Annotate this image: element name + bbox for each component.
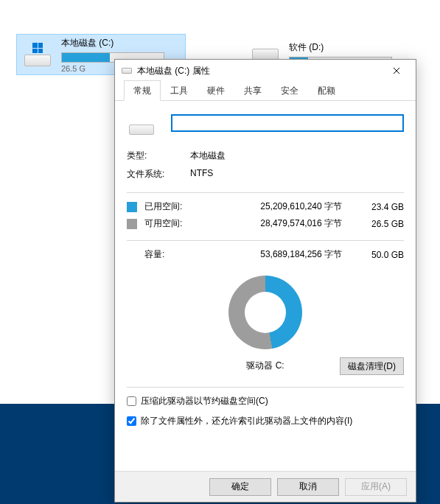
dialog-footer: 确定 取消 应用(A): [115, 471, 416, 502]
capacity-row: 容量: 53,689,184,256 字节 50.0 GB: [127, 248, 404, 261]
type-row: 类型: 本地磁盘: [127, 150, 404, 162]
used-label: 已用空间:: [144, 200, 200, 213]
apply-button[interactable]: 应用(A): [345, 478, 407, 496]
fs-value: NTFS: [190, 168, 213, 181]
tab-hardware[interactable]: 硬件: [198, 80, 234, 100]
free-color-swatch: [127, 219, 137, 229]
compress-option[interactable]: 压缩此驱动器以节约磁盘空间(C): [127, 395, 404, 407]
tab-general[interactable]: 常规: [124, 80, 161, 101]
capacity-label: 容量:: [144, 248, 200, 261]
close-icon: [393, 67, 400, 74]
drive-icon: [127, 111, 156, 135]
free-label: 可用空间:: [144, 217, 200, 230]
fs-label: 文件系统:: [127, 168, 190, 181]
divider: [127, 240, 404, 241]
volume-label-input[interactable]: [171, 114, 404, 132]
drive-name: 本地磁盘 (C:): [61, 37, 182, 49]
index-checkbox[interactable]: [127, 416, 136, 426]
compress-label: 压缩此驱动器以节约磁盘空间(C): [141, 395, 268, 407]
free-human: 26.5 GB: [357, 219, 404, 229]
used-color-swatch: [127, 202, 137, 212]
titlebar[interactable]: 本地磁盘 (C:) 属性: [115, 60, 416, 82]
dialog-title: 本地磁盘 (C:) 属性: [137, 65, 382, 77]
type-value: 本地磁盘: [190, 150, 226, 162]
free-bytes: 28,479,574,016 字节: [200, 217, 357, 230]
tab-tools[interactable]: 工具: [161, 80, 198, 100]
ok-button[interactable]: 确定: [209, 478, 271, 496]
capacity-bytes: 53,689,184,256 字节: [200, 248, 357, 261]
spacer: [127, 250, 137, 260]
tab-quota[interactable]: 配额: [308, 80, 345, 100]
tab-sharing[interactable]: 共享: [234, 80, 271, 100]
tab-security[interactable]: 安全: [271, 80, 308, 100]
label-row: [127, 111, 404, 135]
index-label: 除了文件属性外，还允许索引此驱动器上文件的内容(I): [141, 415, 352, 427]
type-label: 类型:: [127, 150, 190, 162]
cleanup-row: 磁盘清理(D): [127, 357, 404, 375]
used-space-row: 已用空间: 25,209,610,240 字节 23.4 GB: [127, 200, 404, 213]
index-option[interactable]: 除了文件属性外，还允许索引此驱动器上文件的内容(I): [127, 415, 404, 427]
divider: [127, 192, 404, 193]
used-human: 23.4 GB: [357, 202, 404, 212]
compress-checkbox[interactable]: [127, 396, 136, 406]
tabstrip: 常规 工具 硬件 共享 安全 配额: [115, 82, 416, 101]
drive-icon: [20, 37, 55, 72]
capacity-human: 50.0 GB: [357, 250, 404, 260]
pie-icon: [228, 276, 302, 349]
drive-icon: [121, 65, 133, 77]
disk-cleanup-button[interactable]: 磁盘清理(D): [340, 357, 404, 375]
cancel-button[interactable]: 取消: [277, 478, 339, 496]
filesystem-row: 文件系统: NTFS: [127, 168, 404, 181]
used-bytes: 25,209,610,240 字节: [200, 200, 357, 213]
close-button[interactable]: [382, 60, 411, 81]
drive-name: 软件 (D:): [289, 41, 411, 54]
divider: [127, 387, 404, 388]
free-space-row: 可用空间: 28,479,574,016 字节 26.5 GB: [127, 217, 404, 230]
properties-dialog: 本地磁盘 (C:) 属性 常规 工具 硬件 共享 安全 配额 类型: 本地磁盘 …: [114, 59, 416, 503]
tab-content-general: 类型: 本地磁盘 文件系统: NTFS 已用空间: 25,209,610,240…: [115, 101, 416, 471]
